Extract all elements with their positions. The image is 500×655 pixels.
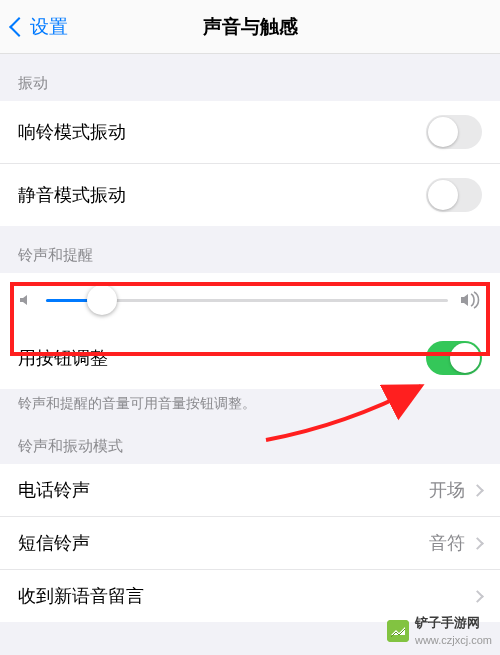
row-volume-slider[interactable] <box>0 273 500 327</box>
group-ringer: 用按钮调整 <box>0 273 500 389</box>
row-silent-vibrate[interactable]: 静音模式振动 <box>0 164 500 226</box>
page-title: 声音与触感 <box>203 14 298 40</box>
row-label: 响铃模式振动 <box>18 120 126 144</box>
row-value: 开场 <box>429 478 465 502</box>
volume-slider[interactable] <box>46 299 448 302</box>
watermark-logo-icon <box>387 620 409 642</box>
row-label: 用按钮调整 <box>18 346 108 370</box>
settings-sounds-screen: 设置 声音与触感 振动 响铃模式振动 静音模式振动 铃声和提醒 <box>0 0 500 655</box>
toggle-ring-vibrate[interactable] <box>426 115 482 149</box>
section-header-patterns: 铃声和振动模式 <box>0 429 500 464</box>
row-value-wrap: 音符 <box>429 531 482 555</box>
watermark: 铲子手游网 www.czjxcj.com <box>387 614 492 647</box>
row-value-wrap <box>473 592 482 601</box>
row-ring-vibrate[interactable]: 响铃模式振动 <box>0 101 500 164</box>
toggle-adjust-with-buttons[interactable] <box>426 341 482 375</box>
speaker-max-icon <box>460 291 482 309</box>
watermark-brand: 铲子手游网 <box>415 615 480 630</box>
section-footer-ringer: 铃声和提醒的音量可用音量按钮调整。 <box>0 389 500 429</box>
svg-rect-0 <box>387 620 409 642</box>
row-label: 电话铃声 <box>18 478 90 502</box>
row-value-wrap: 开场 <box>429 478 482 502</box>
chevron-right-icon <box>471 590 484 603</box>
section-header-ringer: 铃声和提醒 <box>0 226 500 273</box>
row-label: 短信铃声 <box>18 531 90 555</box>
toggle-silent-vibrate[interactable] <box>426 178 482 212</box>
row-label: 静音模式振动 <box>18 183 126 207</box>
row-value: 音符 <box>429 531 465 555</box>
back-label: 设置 <box>30 14 68 40</box>
group-vibration: 响铃模式振动 静音模式振动 <box>0 101 500 226</box>
chevron-right-icon <box>471 484 484 497</box>
speaker-min-icon <box>18 292 34 308</box>
section-header-vibration: 振动 <box>0 54 500 101</box>
back-button[interactable]: 设置 <box>6 0 68 53</box>
chevron-left-icon <box>9 17 29 37</box>
nav-header: 设置 声音与触感 <box>0 0 500 54</box>
row-text-tone[interactable]: 短信铃声 音符 <box>0 517 500 570</box>
row-adjust-with-buttons[interactable]: 用按钮调整 <box>0 327 500 389</box>
row-label: 收到新语音留言 <box>18 584 144 608</box>
row-ringtone[interactable]: 电话铃声 开场 <box>0 464 500 517</box>
group-patterns: 电话铃声 开场 短信铃声 音符 收到新语音留言 <box>0 464 500 622</box>
chevron-right-icon <box>471 537 484 550</box>
watermark-text: 铲子手游网 www.czjxcj.com <box>415 614 492 647</box>
watermark-url: www.czjxcj.com <box>415 634 492 646</box>
